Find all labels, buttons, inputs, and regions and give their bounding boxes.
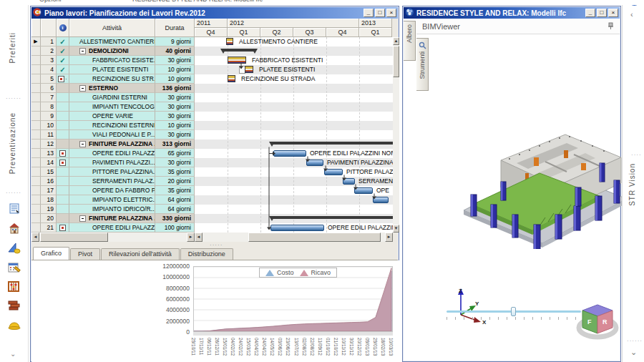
- table-row[interactable]: 14PAVIMENTI PALAZZI...30 giorni: [31, 158, 195, 167]
- scroll-left-icon[interactable]: ◄: [31, 233, 39, 242]
- gantt-hscroll-thumb[interactable]: [248, 233, 381, 242]
- row-selector[interactable]: [31, 158, 41, 167]
- menu-opzioni[interactable]: Opzioni: [39, 0, 62, 3]
- gantt-summary-bar[interactable]: [272, 142, 393, 145]
- grid-horizontal-scrollbar[interactable]: ◄ ►: [31, 233, 195, 242]
- close-button[interactable]: ×: [608, 9, 618, 17]
- calendar-icon[interactable]: [0, 258, 29, 277]
- minimize-button[interactable]: _: [585, 9, 595, 17]
- bim-viewport[interactable]: Strumenti: [416, 34, 620, 361]
- table-row[interactable]: 13OPERE EDILI PALAZZ...65 giorni: [31, 149, 195, 158]
- table-row[interactable]: 8IMPIANTI TENCOLOG...30 giorni: [31, 102, 195, 112]
- slider-thumb[interactable]: [511, 307, 516, 316]
- table-row[interactable]: 20FINITURE PALAZZINA ...330 giorni: [31, 214, 195, 223]
- row-selector[interactable]: [31, 56, 41, 65]
- table-row[interactable]: 4✓PLATEE ESISTENTI10 giorni: [31, 65, 195, 74]
- activity-name-cell[interactable]: RECINZIONE SU STR...: [69, 74, 155, 84]
- scroll-right-icon[interactable]: ►: [187, 233, 195, 242]
- table-row[interactable]: 21OPERE EDILI PALAZZ...100 giorni: [31, 223, 195, 233]
- grid-hscroll-thumb[interactable]: [40, 233, 108, 242]
- activity-name-cell[interactable]: OPERE DA FABBRO P...: [69, 186, 155, 195]
- table-row[interactable]: ▶1✓ALLESTIMENTO CANTIERE9 giorni: [31, 37, 195, 47]
- tab-grafico[interactable]: Grafico: [33, 247, 69, 260]
- row-selector[interactable]: [31, 47, 41, 56]
- gantt-vertical-scrollbar[interactable]: ▲ ▼: [393, 37, 399, 233]
- scroll-right-icon[interactable]: ►: [385, 233, 393, 242]
- row-selector[interactable]: [31, 130, 41, 140]
- row-selector[interactable]: [31, 167, 41, 177]
- collapse-icon[interactable]: [79, 141, 86, 147]
- tab-strumenti[interactable]: Strumenti: [416, 38, 429, 91]
- activity-name-cell[interactable]: ESTERNO: [69, 84, 155, 93]
- row-selector[interactable]: [31, 121, 41, 130]
- minimize-button[interactable]: _: [364, 9, 374, 17]
- table-row[interactable]: 2✓DEMOLIZIONI40 giorni: [31, 47, 195, 56]
- chevron-down-icon[interactable]: ⌄: [630, 348, 637, 357]
- row-selector[interactable]: [31, 195, 41, 205]
- collapse-icon[interactable]: [79, 48, 86, 54]
- section-slider[interactable]: [447, 310, 581, 320]
- gantt-task-bar[interactable]: [270, 225, 324, 231]
- activity-name-cell[interactable]: OPERE EDILI PALAZZ...: [69, 149, 155, 158]
- gantt-task-bar[interactable]: [343, 178, 355, 185]
- abacus-icon[interactable]: [0, 277, 29, 296]
- gantt-task-bar[interactable]: [324, 169, 343, 175]
- collapse-icon[interactable]: [79, 85, 86, 92]
- table-row[interactable]: 19IMPIANTO IDRICO/R...64 giorni: [31, 205, 195, 214]
- table-row[interactable]: 7GIARDINI ESTERNI30 giorni: [31, 93, 195, 102]
- row-selector[interactable]: [31, 84, 41, 93]
- activity-name-cell[interactable]: OPERE VARIE: [69, 112, 155, 121]
- form-icon[interactable]: [0, 200, 29, 219]
- table-row[interactable]: 10RECINZIONI ESTERNE10 giorni: [31, 121, 195, 130]
- row-selector[interactable]: [31, 214, 41, 223]
- table-row[interactable]: 3✓FABBRICATO ESISTE...30 giorni: [31, 56, 195, 65]
- gantt-milestone-bar[interactable]: [226, 38, 233, 45]
- table-row[interactable]: 6ESTERNO136 giorni: [31, 84, 195, 93]
- table-row[interactable]: 12FINITURE PALAZZINA ...313 giorni: [31, 140, 195, 149]
- pin-icon[interactable]: [608, 20, 614, 33]
- chevron-left-icon[interactable]: ‹: [630, 10, 633, 19]
- table-row[interactable]: 17OPERE DA FABBRO P...35 giorni: [31, 186, 195, 195]
- activity-name-cell[interactable]: IMPIANTO ELETTRIC...: [69, 195, 155, 205]
- gantt-milestone-bar[interactable]: [245, 66, 253, 73]
- table-row[interactable]: 16SERRAMENTI PALAZ...20 giorni: [31, 177, 195, 186]
- scroll-up-icon[interactable]: ▲: [393, 37, 399, 45]
- sidebar-splitter-dots2[interactable]: ······: [6, 190, 21, 196]
- gantt-horizontal-scrollbar[interactable]: ◄ ►: [195, 233, 393, 242]
- sidebar-item-str-vision[interactable]: STR Vision: [628, 163, 636, 206]
- table-row[interactable]: 9OPERE VARIE30 giorni: [31, 112, 195, 121]
- gantt-milestone-bar[interactable]: [228, 75, 235, 82]
- gantt-task-bar[interactable]: [306, 160, 323, 166]
- scroll-down-icon[interactable]: ▼: [393, 225, 399, 233]
- gantt-summary-bar[interactable]: [223, 49, 255, 52]
- gantt-summary-bar[interactable]: [272, 216, 393, 219]
- gantt-task-bar[interactable]: [354, 187, 373, 194]
- table-row[interactable]: 18IMPIANTO ELETTRIC...64 giorni: [31, 195, 195, 205]
- tab-distribuzione[interactable]: Distribuzione: [180, 248, 233, 260]
- duration-column-header[interactable]: Durata: [155, 19, 195, 37]
- sidebar-item-preventivazione[interactable]: Preventivazione: [9, 112, 16, 174]
- table-row[interactable]: 5·RECINZIONE SU STR...10 giorni: [31, 74, 195, 84]
- row-selector[interactable]: [31, 186, 41, 195]
- activity-name-cell[interactable]: PITTORE PALAZZINA...: [69, 167, 155, 177]
- maximize-button[interactable]: □: [597, 9, 607, 17]
- right-rail-dots2[interactable]: ······: [627, 338, 643, 344]
- activity-name-cell[interactable]: FABBRICATO ESISTE...: [69, 56, 155, 65]
- tab-albero[interactable]: Albero: [404, 21, 416, 61]
- table-row[interactable]: 11VIALI PEDONALI E P...30 giorni: [31, 130, 195, 140]
- activity-name-cell[interactable]: PLATEE ESISTENTI: [69, 65, 155, 74]
- row-selector[interactable]: [31, 65, 41, 74]
- activity-name-cell[interactable]: SERRAMENTI PALAZ...: [69, 177, 155, 186]
- activity-name-cell[interactable]: FINITURE PALAZZINA ...: [69, 214, 155, 223]
- maximize-button[interactable]: □: [375, 9, 385, 17]
- sidebar-splitter-dots[interactable]: ······: [6, 95, 21, 102]
- table-row[interactable]: 15PITTORE PALAZZINA...35 giorni: [31, 167, 195, 177]
- gantt-task-bar[interactable]: [273, 150, 306, 157]
- navigation-cube[interactable]: F R: [575, 300, 620, 342]
- activity-name-cell[interactable]: OPERE EDILI PALAZZ...: [69, 223, 155, 233]
- activity-name-cell[interactable]: VIALI PEDONALI E P...: [69, 130, 155, 140]
- tab-rilevazioni-dell-attivit-[interactable]: Rilevazioni dell'attività: [101, 248, 180, 260]
- scroll-left-icon[interactable]: ◄: [195, 233, 203, 242]
- tab-pivot[interactable]: Pivot: [70, 248, 100, 260]
- activity-name-cell[interactable]: RECINZIONI ESTERNE: [69, 121, 155, 130]
